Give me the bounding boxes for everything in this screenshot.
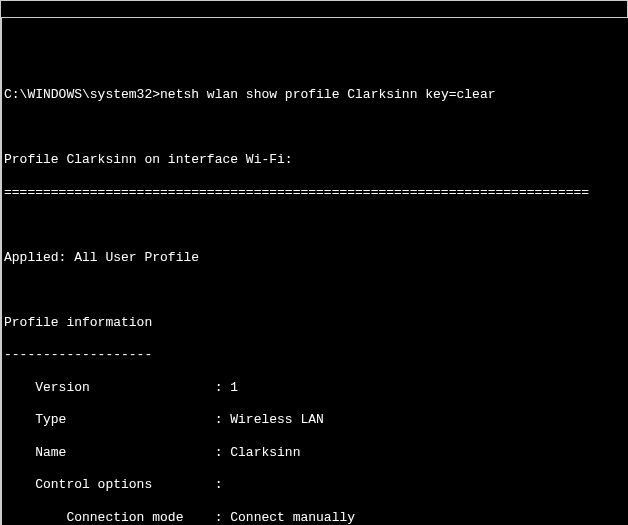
profile-header: Profile Clarksinn on interface Wi-Fi: <box>4 152 626 168</box>
row-version: Version : 1 <box>4 380 626 396</box>
blank-line <box>4 217 626 233</box>
blank-line <box>4 120 626 136</box>
applied-line: Applied: All User Profile <box>4 250 626 266</box>
section-dashes: ------------------- <box>4 347 626 363</box>
row-type: Type : Wireless LAN <box>4 412 626 428</box>
row-name: Name : Clarksinn <box>4 445 626 461</box>
divider: ========================================… <box>4 185 626 201</box>
section-heading: Profile information <box>4 315 626 331</box>
command-text: netsh wlan show profile Clarksinn key=cl… <box>160 87 495 102</box>
row-control-options: Control options : <box>4 477 626 493</box>
prompt-line: C:\WINDOWS\system32>netsh wlan show prof… <box>4 87 626 103</box>
terminal-output[interactable]: C:\WINDOWS\system32>netsh wlan show prof… <box>2 83 628 525</box>
row-connection-mode: Connection mode : Connect manually <box>4 510 626 525</box>
blank-line <box>4 282 626 298</box>
prompt-path: C:\WINDOWS\system32> <box>4 87 160 102</box>
